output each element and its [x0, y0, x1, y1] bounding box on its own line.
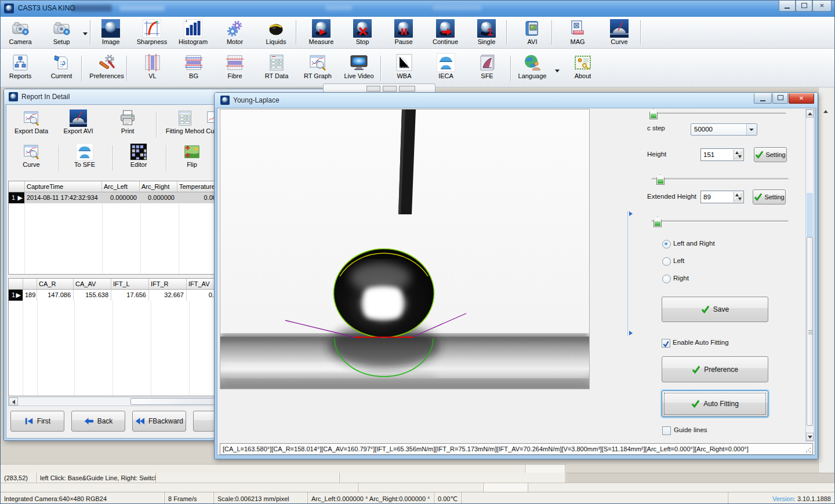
sharpness-button[interactable]: Sharpness: [133, 19, 171, 46]
single-button[interactable]: 1Single: [467, 19, 506, 46]
radio-right[interactable]: [662, 275, 671, 283]
enable-auto-fitting-label[interactable]: Enable Auto Fitting: [673, 339, 729, 346]
fibre-button[interactable]: Fibre: [216, 53, 254, 81]
mdi-hscrollbar[interactable]: [1, 464, 566, 473]
report-hscrollbar[interactable]: [8, 397, 223, 406]
header-cell[interactable]: Arc_Right: [140, 181, 177, 192]
guide-lines-checkbox[interactable]: [662, 426, 671, 435]
radio-right-label[interactable]: Right: [673, 275, 689, 282]
pause-button[interactable]: Pause: [384, 19, 423, 46]
yl-maximize-button[interactable]: [772, 93, 788, 104]
mag-button[interactable]: MAG: [558, 19, 597, 46]
language-dropdown-arrow[interactable]: [555, 70, 560, 72]
setup-dropdown-arrow[interactable]: [83, 32, 88, 35]
first-button[interactable]: First: [10, 411, 64, 432]
main-titlebar[interactable]: CAST3 USA KINO ✕: [1, 1, 835, 17]
preferences-button[interactable]: Preferences: [88, 53, 126, 81]
to-sfe-button[interactable]: To SFE: [61, 143, 108, 169]
measure-button[interactable]: Measure: [302, 19, 340, 46]
spinner-buttons[interactable]: [734, 192, 743, 202]
camera-button[interactable]: Camera: [1, 19, 39, 46]
language-button[interactable]: Language: [513, 53, 551, 81]
save-button[interactable]: Save: [662, 297, 768, 322]
flip-button[interactable]: Flip: [169, 143, 215, 169]
slider-thumb[interactable]: [656, 174, 665, 185]
scrollbar-thumb[interactable]: [130, 398, 216, 405]
header-cell[interactable]: CaptureTime: [25, 181, 102, 192]
c-step-combobox[interactable]: 50000: [691, 123, 757, 136]
export-data-button[interactable]: Export Data: [7, 109, 56, 135]
minimize-button[interactable]: [779, 1, 796, 12]
spinner-buttons[interactable]: [734, 149, 743, 160]
scroll-up-button[interactable]: [806, 109, 814, 118]
scroll-up-icon[interactable]: [823, 110, 828, 113]
radio-left[interactable]: [662, 257, 671, 266]
ieca-button[interactable]: IECA: [427, 53, 465, 81]
maximize-button[interactable]: [796, 1, 812, 12]
export-avi-button[interactable]: Export AVI: [56, 109, 100, 135]
continue-button[interactable]: Continue: [426, 19, 464, 46]
liquids-button[interactable]: Liquids: [257, 19, 295, 46]
results-table[interactable]: CA_R CA_AV IFT_L IFT_R IFT_AV 1▶ 189 147…: [8, 278, 224, 396]
wba-button[interactable]: WBA: [385, 53, 423, 81]
setup-button[interactable]: Setup: [42, 19, 81, 46]
bg-button[interactable]: BG: [175, 53, 213, 81]
drop-image[interactable]: [220, 109, 590, 389]
yl-titlebar[interactable]: Young-Laplace ✕: [215, 93, 818, 108]
yl-vscrollbar[interactable]: [805, 109, 814, 441]
yl-close-button[interactable]: ✕: [789, 93, 814, 104]
back-button[interactable]: Back: [71, 411, 125, 432]
close-button[interactable]: ✕: [812, 1, 832, 12]
about-button[interactable]: About: [564, 53, 602, 81]
yl-minimize-button[interactable]: [754, 93, 772, 104]
fbackward-button[interactable]: FBackward: [132, 411, 186, 432]
auto-fitting-button[interactable]: Auto Fitting: [662, 390, 768, 417]
scroll-left-button[interactable]: [9, 397, 18, 406]
editor-button[interactable]: Editor: [115, 143, 162, 169]
print-button[interactable]: Print: [106, 109, 150, 135]
curve-button[interactable]: Curve: [600, 19, 638, 46]
header-cell[interactable]: Arc_Left: [102, 181, 140, 192]
radio-left-and-right-label[interactable]: Left and Right: [673, 240, 715, 247]
scrollbar-thumb[interactable]: [807, 237, 813, 426]
radio-left-and-right[interactable]: [662, 240, 671, 249]
close-button[interactable]: [399, 86, 415, 92]
enable-auto-fitting-checkbox[interactable]: [662, 339, 670, 348]
height-slider[interactable]: [651, 178, 789, 180]
stop-button[interactable]: Stop: [343, 19, 382, 46]
rt-graph-button[interactable]: RT Graph: [299, 53, 337, 81]
table-row[interactable]: 1▶ 2014-08-11 17:42:32:934 0.000000 0.00…: [9, 192, 224, 203]
sfe-button[interactable]: SFE: [468, 53, 506, 81]
header-cell[interactable]: IFT_R: [149, 279, 187, 290]
resize-grip[interactable]: [805, 447, 811, 453]
height-setting-button[interactable]: Setting: [754, 147, 787, 162]
histogram-button[interactable]: Histogram: [174, 19, 212, 46]
slider-thumb[interactable]: [649, 109, 658, 119]
motor-button[interactable]: Motor: [216, 19, 254, 46]
extended-height-spinner[interactable]: 89: [700, 191, 744, 203]
curve-button[interactable]: Curve: [8, 143, 55, 169]
live-video-button[interactable]: Live Video: [340, 53, 378, 81]
maximize-button[interactable]: [383, 86, 397, 92]
minimize-button[interactable]: [366, 86, 380, 92]
extended-height-setting-button[interactable]: Setting: [753, 189, 786, 204]
avi-button[interactable]: AVI: [513, 19, 551, 46]
header-cell[interactable]: CA_R: [37, 279, 74, 290]
reports-button[interactable]: Reports: [1, 53, 39, 81]
guide-lines-label[interactable]: Guide lines: [674, 426, 707, 433]
panel-splitter[interactable]: [627, 211, 634, 335]
c-step-slider[interactable]: [651, 112, 786, 115]
extended-height-slider[interactable]: [651, 220, 789, 222]
preference-button[interactable]: Preference: [662, 356, 768, 382]
header-cell[interactable]: IFT_L: [111, 279, 149, 290]
combo-dropdown-button[interactable]: [746, 124, 757, 135]
slider-thumb[interactable]: [654, 217, 662, 227]
vl-button[interactable]: VL: [133, 53, 172, 81]
current-button[interactable]: Current: [42, 53, 81, 81]
header-cell[interactable]: CA_AV: [74, 279, 111, 290]
scroll-down-button[interactable]: [806, 433, 814, 441]
radio-left-label[interactable]: Left: [673, 257, 684, 264]
height-spinner[interactable]: 151: [700, 148, 744, 161]
capture-table[interactable]: CaptureTime Arc_Left Arc_Right Temperatu…: [8, 181, 225, 275]
image-button[interactable]: Image: [92, 19, 130, 46]
